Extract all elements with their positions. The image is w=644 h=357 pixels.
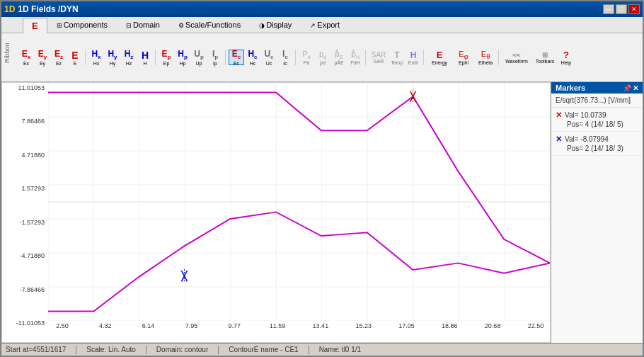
field-btn-ez[interactable]: Ez Ez — [51, 50, 67, 65]
minimize-button[interactable]: ─ — [603, 4, 614, 14]
ribbon-content: Ribbon Ex Ex Ey Ey — [1, 33, 643, 81]
x-label-3: 7.95 — [177, 322, 205, 329]
y-label-4: -1.57293 — [4, 219, 47, 226]
x-label-8: 17.05 — [393, 322, 421, 329]
markers-header-buttons: 📌 ✕ — [623, 84, 638, 92]
field-btn-pde[interactable]: p̊E pÅE — [331, 50, 347, 65]
x-label-9: 18.86 — [435, 322, 464, 329]
content-area: 11.01053 7.86466 4.71880 1.57293 -1.5729… — [1, 82, 643, 343]
y-axis: 11.01053 7.86466 4.71880 1.57293 -1.5729… — [2, 83, 48, 328]
field-btn-hp[interactable]: Hp Hp — [175, 50, 190, 65]
status-contour: ContourE name - CE1 — [229, 346, 298, 353]
status-sep-1 — [76, 346, 76, 354]
y-label-5: -4.71880 — [4, 252, 47, 259]
field-btn-ey[interactable]: Ey Ey — [35, 50, 50, 65]
status-scale: Scale: Lin. Auto — [86, 346, 136, 353]
field-btn-uc[interactable]: Uc Uc — [261, 50, 277, 65]
chart-plot — [48, 83, 550, 321]
title-bar: 1D 1D Fields /DYN ─ □ ✕ — [1, 1, 643, 17]
y-label-3: 1.57293 — [4, 185, 47, 192]
x-axis: 2.50 4.32 6.14 7.95 9.77 11.59 13.41 15.… — [48, 321, 550, 342]
markers-header: Markers 📌 ✕ — [551, 82, 643, 94]
tab-e[interactable]: E — [23, 18, 47, 33]
field-btn-pdh[interactable]: p̊H PdH — [347, 50, 363, 65]
y-label-1: 7.86466 — [4, 118, 47, 125]
marker-1-val: Val= -8.07994 — [565, 135, 609, 143]
field-btn-ep[interactable]: Ep Ep — [159, 50, 174, 65]
close-button[interactable]: ✕ — [628, 4, 640, 14]
x-label-7: 15.23 — [350, 322, 378, 329]
x-label-5: 11.59 — [263, 322, 292, 329]
markers-close-button[interactable]: ✕ — [633, 84, 638, 92]
field-btn-h[interactable]: H H — [137, 50, 153, 65]
field-btn-pd[interactable]: Pd Pd — [299, 50, 314, 65]
marker-1-symbol: ✕ — [556, 135, 562, 144]
ribbon-container: E ⊞Components ⊟Domain ⚙Scale/Functions ◑… — [1, 17, 643, 82]
chart-svg — [48, 83, 550, 321]
field-btn-toolbars[interactable]: ⊞ Toolbars — [532, 50, 558, 65]
lower-curve — [48, 212, 550, 311]
main-window: 1D 1D Fields /DYN ─ □ ✕ E ⊞Components ⊟D… — [0, 0, 644, 357]
x-label-10: 20.68 — [478, 322, 507, 329]
markers-panel: Markers 📌 ✕ E/sqrt(376.73...) [V/mm] ✕ V… — [551, 82, 643, 343]
field-btn-help[interactable]: ? Help — [558, 50, 574, 65]
field-btn-hz[interactable]: Hz Hz — [121, 50, 137, 65]
app-icon: 1D — [4, 4, 15, 14]
tab-export[interactable]: ↗Export — [301, 18, 349, 33]
ribbon-tabs: E ⊞Components ⊟Domain ⚙Scale/Functions ◑… — [1, 17, 643, 33]
field-btn-hy[interactable]: Hy Hy — [105, 50, 120, 65]
markers-unit: E/sqrt(376.73...) [V/mm] — [551, 94, 643, 108]
tab-domain[interactable]: ⊟Domain — [117, 18, 169, 33]
field-btn-sar[interactable]: SAR SAR — [369, 50, 389, 65]
tab-scale-functions[interactable]: ⚙Scale/Functions — [169, 18, 250, 33]
tab-display[interactable]: ◑Display — [250, 18, 301, 33]
marker-item-1: ✕ Val= -8.07994 Pos= 2 (14/ 18/ 3) — [551, 132, 643, 156]
field-btn-up[interactable]: Up Up — [191, 50, 207, 65]
field-btn-ephi[interactable]: Eφ Ephi — [453, 50, 474, 65]
y-label-2: 4.71880 — [4, 152, 47, 159]
field-btn-e[interactable]: E E — [67, 50, 83, 65]
field-btn-enth[interactable]: H Enth — [406, 50, 421, 65]
tab-components[interactable]: ⊞Components — [47, 18, 117, 33]
x-label-0: 2.50 — [48, 322, 76, 329]
field-btn-ic[interactable]: Ic Ic — [277, 50, 293, 65]
upper-curve — [48, 92, 550, 263]
status-domain: Domain: contour — [156, 346, 208, 353]
marker-0-symbol: ✕ — [556, 110, 562, 120]
status-sep-4 — [309, 346, 309, 354]
x-label-4: 9.77 — [220, 322, 248, 329]
marker-1-pos: Pos= 2 (14/ 18/ 3) — [567, 144, 623, 152]
field-btn-etheta[interactable]: Eθ Etheta — [475, 50, 496, 65]
window-title: 1D Fields /DYN — [18, 4, 78, 14]
field-btn-ex[interactable]: Ex Ex — [18, 50, 34, 65]
y-label-6: -7.86466 — [4, 286, 47, 293]
window-controls: ─ □ ✕ — [603, 4, 640, 14]
field-btn-ec[interactable]: Ec Ec — [229, 50, 244, 65]
status-bar: Start at=4551/1617 Scale: Lin. Auto Doma… — [1, 343, 643, 356]
status-sep-2 — [146, 346, 146, 354]
status-sep-3 — [218, 346, 219, 354]
markers-title: Markers — [556, 84, 585, 92]
status-name: Name: tl0 1/1 — [319, 346, 361, 353]
marker-item-0: ✕ Val= 10.0739 Pos= 4 (14/ 18/ 5) — [551, 108, 643, 132]
marker-0-val: Val= 10.0739 — [565, 111, 606, 119]
field-btn-hx[interactable]: Hx Hx — [88, 50, 104, 65]
field-btn-temp[interactable]: T Temp — [389, 50, 405, 65]
field-btn-ip[interactable]: Ip Ip — [207, 50, 223, 65]
field-btn-waveform[interactable]: ≈≈ Waveform — [502, 50, 531, 65]
x-label-11: 22.50 — [522, 322, 550, 329]
field-btn-hc[interactable]: Hc Hc — [245, 50, 260, 65]
x-label-2: 6.14 — [134, 322, 163, 329]
x-label-6: 13.41 — [306, 322, 335, 329]
x-label-1: 4.32 — [91, 322, 120, 329]
maximize-button[interactable]: □ — [616, 4, 627, 14]
chart-area: 11.01053 7.86466 4.71880 1.57293 -1.5729… — [1, 82, 551, 343]
blue-marker — [181, 269, 187, 283]
y-label-7: -11.01053 — [4, 319, 47, 327]
marker-0-pos: Pos= 4 (14/ 18/ 5) — [567, 120, 623, 128]
markers-pin-button[interactable]: 📌 — [623, 84, 631, 92]
title-bar-left: 1D 1D Fields /DYN — [4, 4, 79, 14]
status-start: Start at=4551/1617 — [6, 346, 66, 353]
field-btn-pd-small[interactable]: pd pd — [315, 50, 330, 65]
field-btn-energy[interactable]: E Energy — [427, 50, 452, 65]
